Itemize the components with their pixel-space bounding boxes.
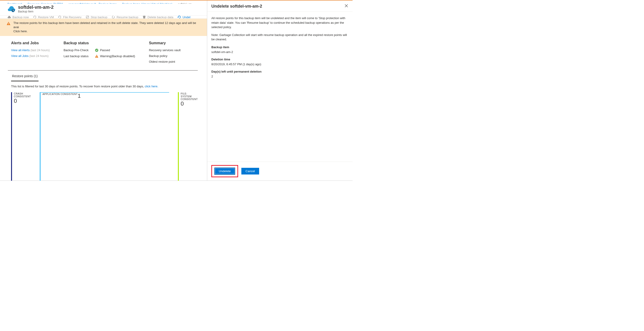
alerts-jobs-col: Alerts and Jobs View all Alerts (last 24…: [11, 39, 50, 66]
summary-heading: Summary: [149, 41, 180, 45]
cancel-button[interactable]: Cancel: [241, 168, 259, 174]
days-left-label: Day(s) left until permanent deletion: [211, 69, 348, 74]
filter-note-link[interactable]: click here.: [145, 85, 158, 88]
days-left-value: 2: [211, 74, 348, 79]
tabs: Restore points (1): [11, 71, 198, 81]
breadcrumb: Dashboard › Recovery Services BVTD2 › so…: [0, 0, 207, 4]
svg-line-2: [86, 16, 88, 18]
summary-policy: Backup policy: [149, 54, 180, 58]
warning-icon: [6, 21, 10, 27]
toolbar: Backup now Restore VM File Recovery Stop…: [0, 16, 207, 19]
last-backup-label: Last backup status: [64, 54, 94, 58]
file-recovery-icon: [58, 16, 62, 19]
undelete-panel: Undelete softdel-vm-am-2 All restore poi…: [207, 0, 352, 180]
filter-note-text: This list is filtered for last 30 days o…: [11, 85, 145, 88]
svg-rect-7: [97, 57, 97, 57]
filter-note: This list is filtered for last 30 days o…: [11, 85, 198, 88]
section-divider: [8, 70, 198, 70]
backup-item-value: softdel-vm-am-2: [211, 50, 348, 54]
last-backup-value: Warning(Backup disabled): [100, 54, 135, 58]
panel-para1: All restore points for this backup item …: [211, 16, 348, 29]
notice-text: The restore points for this backup item …: [14, 21, 196, 29]
counter-crash-label: CRASH CONSISTENT: [14, 92, 31, 98]
restore-icon: [33, 16, 37, 19]
panel-footer: Undelete Cancel: [207, 162, 352, 180]
panel-body: All restore points for this backup item …: [207, 12, 352, 162]
counter-crash-value: 0: [14, 98, 31, 104]
app-root: Dashboard › Recovery Services BVTD2 › so…: [0, 0, 352, 181]
content-area: Alerts and Jobs View all Alerts (last 24…: [0, 36, 207, 181]
view-all-jobs-link[interactable]: View all Jobs: [11, 54, 28, 58]
toolbar-label: Undel: [182, 16, 190, 19]
close-icon[interactable]: [344, 3, 349, 9]
counter-app-value: 1: [78, 93, 80, 181]
precheck-value: Passed: [100, 48, 110, 52]
counter-fs-label: FILE-SYSTEM CONSISTENT: [181, 92, 198, 100]
counter-fs-value: 0: [181, 101, 198, 106]
panel-header: Undelete softdel-vm-am-2: [207, 0, 352, 12]
toolbar-label: Stop backup: [91, 16, 107, 19]
undelete-confirm-button[interactable]: Undelete: [214, 168, 235, 175]
panel-para2: Note: Garbage Collection will start with…: [211, 33, 348, 42]
counter-app-label: APPLICATION CONSISTENT: [42, 93, 78, 181]
svg-rect-6: [97, 55, 97, 57]
summary-oldest: Oldest restore point: [149, 60, 180, 63]
page-subtitle: Backup Item: [18, 10, 54, 13]
counter-fs: FILE-SYSTEM CONSISTENT 0: [178, 92, 198, 181]
counters: CRASH CONSISTENT 0 APPLICATION CONSISTEN…: [11, 92, 198, 181]
undelete-highlight: Undelete: [211, 165, 238, 177]
backup-status-heading: Backup status: [64, 41, 135, 45]
counter-crash: CRASH CONSISTENT 0: [11, 92, 31, 181]
precheck-label: Backup Pre-Check: [64, 48, 94, 52]
notice-link[interactable]: Click here.: [14, 29, 28, 33]
soft-delete-notice: The restore points for this backup item …: [0, 19, 207, 36]
page-titles: softdel-vm-am-2 Backup Item: [18, 4, 54, 13]
svg-rect-3: [8, 23, 9, 24]
page-title: softdel-vm-am-2: [18, 4, 54, 10]
info-columns: Alerts and Jobs View all Alerts (last 24…: [11, 39, 198, 66]
main-content: Dashboard › Recovery Services BVTD2 › so…: [0, 0, 207, 180]
backup-now-icon: [8, 16, 11, 19]
deletion-time-label: Deletion time: [211, 57, 348, 62]
toolbar-label: Resume backup: [116, 16, 138, 19]
undelete-icon: [178, 16, 181, 19]
view-all-alerts-link[interactable]: View all Alerts: [11, 48, 30, 52]
backup-status-col: Backup status Backup Pre-Check Passed La…: [64, 39, 135, 66]
toolbar-label: File Recovery: [63, 16, 81, 19]
svg-rect-4: [8, 24, 9, 25]
resume-icon: [112, 16, 115, 19]
trash-icon: [142, 16, 146, 19]
backup-item-label: Backup item: [211, 45, 348, 49]
toolbar-label: Delete backup data: [148, 16, 173, 19]
stop-icon: [86, 16, 89, 19]
warning-icon: [95, 54, 98, 58]
backup-item-icon: [8, 5, 16, 13]
check-icon: [95, 48, 98, 52]
toolbar-label: Restore VM: [38, 16, 54, 19]
notice-text-wrap: The restore points for this backup item …: [14, 21, 200, 34]
page-header: softdel-vm-am-2 Backup Item: [0, 4, 207, 16]
summary-vault: Recovery services vault: [149, 48, 180, 52]
tab-restore-points[interactable]: Restore points (1): [11, 71, 38, 81]
panel-title: Undelete softdel-vm-am-2: [211, 4, 262, 9]
summary-col: Summary Recovery services vault Backup p…: [149, 39, 180, 66]
alerts-heading: Alerts and Jobs: [11, 41, 50, 45]
jobs-hours: (last 24 hours): [29, 54, 48, 58]
alerts-hours: (last 24 hours): [30, 48, 50, 52]
counter-app: APPLICATION CONSISTENT 1: [40, 92, 169, 181]
toolbar-label: Backup now: [12, 16, 29, 19]
deletion-time-value: 8/20/2019, 6:45:57 PM (1 day(s) ago): [211, 62, 348, 67]
